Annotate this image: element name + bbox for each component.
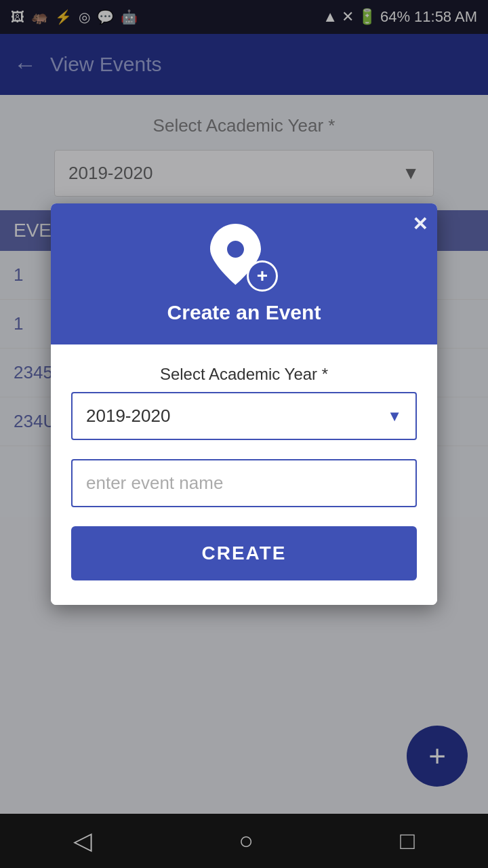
modal-body: Select Academic Year * 2019-2020 ▼ CREAT… [51,344,437,605]
academic-year-dropdown[interactable]: 2019-2020 ▼ [71,392,417,440]
create-event-modal: ✕ + Create an Event Select Academic Year… [51,203,437,605]
modal-title: Create an Event [167,301,321,324]
dropdown-arrow-icon: ▼ [387,408,402,425]
academic-year-value: 2019-2020 [86,406,170,427]
event-name-input[interactable] [71,459,417,507]
event-name-field-wrapper [71,459,417,507]
location-pin-icon: + [210,224,278,292]
plus-circle-icon: + [247,260,278,292]
modal-header: ✕ + Create an Event [51,203,437,344]
year-field-label: Select Academic Year * [71,365,417,384]
modal-close-button[interactable]: ✕ [412,213,428,235]
create-button[interactable]: CREATE [71,526,417,580]
